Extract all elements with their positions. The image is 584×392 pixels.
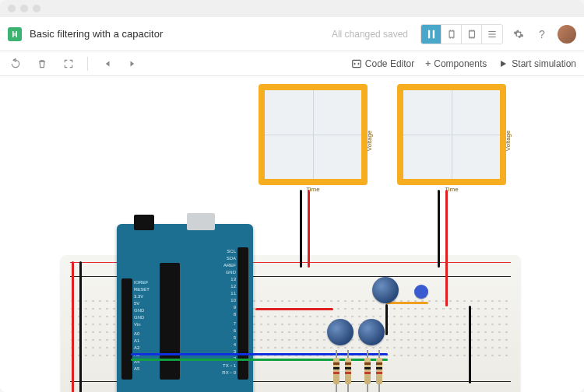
pin-label: SDA [222, 256, 236, 261]
save-status: All changed saved [332, 29, 408, 40]
user-avatar[interactable] [558, 25, 576, 44]
svg-rect-1 [432, 30, 434, 38]
svg-rect-0 [427, 30, 429, 38]
wire-black[interactable] [79, 261, 82, 392]
pin-label: 13 [222, 277, 236, 282]
pin-label: 5V [134, 301, 150, 306]
start-simulation-button[interactable]: Start simulation [498, 58, 576, 69]
wire-black[interactable] [300, 190, 302, 268]
code-editor-label: Code Editor [365, 58, 414, 69]
svg-rect-3 [469, 30, 474, 37]
traffic-max[interactable] [33, 5, 40, 12]
resistor[interactable] [364, 358, 371, 384]
undo-icon[interactable] [8, 56, 23, 72]
pin-label: TX→1 [222, 363, 236, 368]
circuit-canvas[interactable]: Time Voltage Time Voltage IOREFRESET3.3V… [0, 76, 584, 392]
pin-label: A5 [134, 366, 150, 371]
wire-red[interactable] [445, 190, 448, 306]
arduino-usb-port [187, 213, 215, 230]
potentiometer[interactable] [327, 319, 354, 345]
start-sim-label: Start simulation [512, 58, 576, 69]
arduino-right-pin-labels: SCLSDAAREFGND1312111098765432TX→1RX←0 [222, 249, 236, 375]
potentiometer[interactable] [372, 277, 399, 303]
pin-label: 10 [222, 298, 236, 303]
pin-label: 8 [222, 312, 236, 317]
step-fwd-icon[interactable] [125, 56, 141, 72]
resistor[interactable] [345, 358, 351, 384]
help-icon[interactable]: ? [534, 26, 550, 42]
pin-label: GND [134, 308, 150, 313]
wire-red[interactable] [255, 308, 333, 310]
wire-black[interactable] [469, 306, 471, 383]
settings-icon[interactable] [511, 26, 526, 42]
step-back-icon[interactable] [99, 56, 114, 72]
pin-label: SCL [222, 249, 236, 254]
view-schematic-alt-button[interactable] [462, 25, 482, 44]
scope-x-axis-label: Time [259, 186, 368, 193]
arduino-power-jack [134, 215, 154, 230]
plus-icon: + [425, 58, 431, 69]
wire-red[interactable] [72, 261, 74, 392]
scope-y-axis-label: Voltage [367, 131, 374, 152]
pin-label: IOREF [134, 280, 150, 285]
components-label: Components [434, 58, 487, 69]
svg-rect-4 [488, 30, 495, 31]
wire-red[interactable] [308, 190, 310, 268]
traffic-close[interactable] [8, 5, 16, 12]
pin-label: A0 [134, 331, 150, 336]
delete-icon[interactable] [34, 56, 50, 72]
pin-label: GND [222, 270, 236, 275]
pin-label: 9 [222, 305, 236, 310]
view-breadboard-button[interactable] [421, 25, 442, 44]
scope-screen [403, 90, 500, 179]
view-schematic-button[interactable] [442, 25, 462, 44]
oscilloscope-2[interactable]: Time Voltage [397, 84, 506, 185]
pin-label: A2 [134, 345, 150, 350]
pin-label: 5 [222, 335, 236, 340]
window-titlebar [0, 0, 584, 17]
wire-black[interactable] [438, 190, 440, 268]
pin-label: 3.3V [134, 294, 150, 299]
resistor[interactable] [376, 358, 382, 384]
pin-label: Vin [134, 322, 150, 327]
wire-black[interactable] [385, 304, 388, 335]
pin-label: RX←0 [222, 370, 236, 375]
scope-y-axis-label: Voltage [505, 131, 512, 152]
pin-label: 4 [222, 342, 236, 347]
components-button[interactable]: + Components [425, 58, 487, 69]
app-logo [8, 27, 22, 41]
view-mode-switch [420, 24, 503, 44]
pin-label: 6 [222, 328, 236, 333]
arduino-board[interactable]: IOREFRESET3.3V5VGNDGNDVinA0A1A2A3A4A5 SC… [117, 224, 253, 392]
sub-toolbar: Code Editor + Components Start simulatio… [0, 51, 584, 76]
pin-label: AREF [222, 263, 236, 268]
resistor[interactable] [333, 358, 339, 384]
project-title: Basic filtering with a capacitor [30, 28, 163, 40]
svg-rect-6 [488, 36, 495, 37]
pin-label: 11 [222, 291, 236, 296]
oscilloscope-1[interactable]: Time Voltage [259, 84, 368, 185]
code-editor-button[interactable]: Code Editor [351, 58, 414, 69]
capacitor[interactable] [414, 285, 428, 299]
wire-blue[interactable] [131, 353, 388, 355]
svg-rect-2 [449, 30, 454, 37]
pin-label: RESET [134, 287, 150, 292]
arduino-header-left [121, 278, 132, 380]
arduino-mcu-chip [160, 263, 180, 380]
view-list-button[interactable] [482, 25, 502, 44]
pin-label: 12 [222, 284, 236, 289]
wire-orange[interactable] [385, 302, 428, 304]
scope-screen [265, 90, 361, 179]
pin-label: 7 [222, 321, 236, 326]
potentiometer[interactable] [358, 319, 385, 345]
arduino-left-pin-labels: IOREFRESET3.3V5VGNDGNDVinA0A1A2A3A4A5 [134, 280, 150, 371]
traffic-min[interactable] [20, 5, 28, 12]
fit-view-icon[interactable] [61, 56, 76, 72]
top-bar: Basic filtering with a capacitor All cha… [0, 17, 584, 51]
scope-x-axis-label: Time [397, 186, 506, 193]
pin-label: A1 [134, 338, 150, 343]
pin-label: GND [134, 315, 150, 320]
svg-rect-5 [488, 33, 495, 34]
